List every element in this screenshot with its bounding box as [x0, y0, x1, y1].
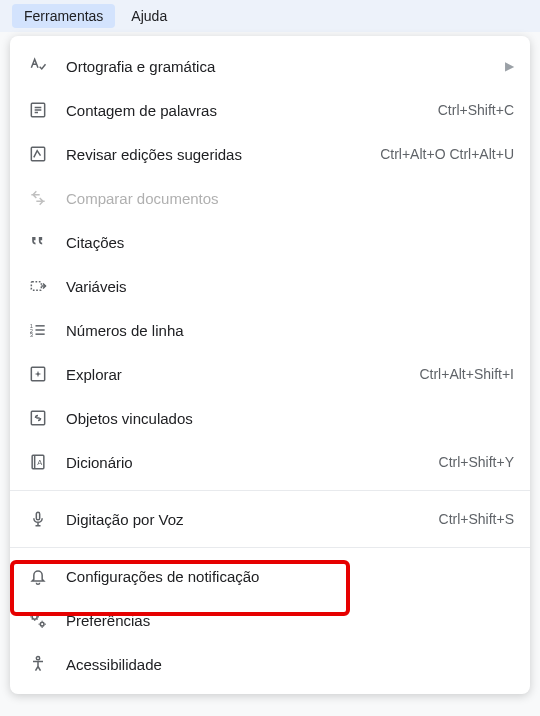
menu-label: Citações — [66, 234, 514, 251]
menu-label: Revisar edições sugeridas — [66, 146, 380, 163]
accessibility-icon — [26, 652, 50, 676]
menu-divider — [10, 490, 530, 491]
menu-dictionary[interactable]: A Dicionário Ctrl+Shift+Y — [10, 440, 530, 484]
menu-voice[interactable]: Digitação por Voz Ctrl+Shift+S — [10, 497, 530, 541]
menu-shortcut: Ctrl+Alt+Shift+I — [419, 366, 514, 382]
menu-citations[interactable]: Citações — [10, 220, 530, 264]
bell-icon — [26, 564, 50, 588]
svg-point-20 — [40, 622, 44, 626]
svg-text:A: A — [37, 458, 42, 467]
chevron-right-icon: ▶ — [505, 59, 514, 73]
menu-shortcut: Ctrl+Shift+S — [439, 511, 514, 527]
compare-icon — [26, 186, 50, 210]
svg-text:3: 3 — [30, 332, 33, 338]
variables-icon — [26, 274, 50, 298]
review-icon — [26, 142, 50, 166]
svg-point-21 — [36, 657, 39, 660]
menubar-tools[interactable]: Ferramentas — [12, 4, 115, 28]
menu-label: Ortografia e gramática — [66, 58, 497, 75]
menu-label: Dicionário — [66, 454, 439, 471]
menu-label: Objetos vinculados — [66, 410, 514, 427]
menu-preferences[interactable]: Preferências — [10, 598, 530, 642]
citations-icon — [26, 230, 50, 254]
dictionary-icon: A — [26, 450, 50, 474]
mic-icon — [26, 507, 50, 531]
menu-label: Comparar documentos — [66, 190, 514, 207]
menu-linked[interactable]: Objetos vinculados — [10, 396, 530, 440]
preferences-icon — [26, 608, 50, 632]
spellcheck-icon — [26, 54, 50, 78]
menu-label: Contagem de palavras — [66, 102, 438, 119]
menu-label: Configurações de notificação — [66, 568, 514, 585]
menu-label: Preferências — [66, 612, 514, 629]
menu-shortcut: Ctrl+Shift+Y — [439, 454, 514, 470]
svg-rect-5 — [31, 282, 41, 290]
menu-label: Digitação por Voz — [66, 511, 439, 528]
menu-spelling[interactable]: Ortografia e gramática ▶ — [10, 44, 530, 88]
menubar: Ferramentas Ajuda — [0, 0, 540, 32]
menu-linenumbers[interactable]: 123 Números de linha — [10, 308, 530, 352]
menu-label: Variáveis — [66, 278, 514, 295]
svg-point-19 — [32, 614, 37, 619]
menu-label: Números de linha — [66, 322, 514, 339]
menu-notifications[interactable]: Configurações de notificação — [10, 554, 530, 598]
menu-label: Explorar — [66, 366, 419, 383]
menubar-help[interactable]: Ajuda — [119, 4, 179, 28]
linked-icon — [26, 406, 50, 430]
menu-label: Acessibilidade — [66, 656, 514, 673]
wordcount-icon — [26, 98, 50, 122]
menu-divider — [10, 547, 530, 548]
menu-compare: Comparar documentos — [10, 176, 530, 220]
tools-dropdown: Ortografia e gramática ▶ Contagem de pal… — [10, 36, 530, 694]
menu-wordcount[interactable]: Contagem de palavras Ctrl+Shift+C — [10, 88, 530, 132]
menu-explore[interactable]: Explorar Ctrl+Alt+Shift+I — [10, 352, 530, 396]
menu-shortcut: Ctrl+Alt+O Ctrl+Alt+U — [380, 146, 514, 162]
menu-accessibility[interactable]: Acessibilidade — [10, 642, 530, 686]
explore-icon — [26, 362, 50, 386]
menu-shortcut: Ctrl+Shift+C — [438, 102, 514, 118]
linenumbers-icon: 123 — [26, 318, 50, 342]
svg-rect-18 — [36, 512, 39, 520]
svg-rect-4 — [31, 147, 44, 160]
menu-variables[interactable]: Variáveis — [10, 264, 530, 308]
menu-review[interactable]: Revisar edições sugeridas Ctrl+Alt+O Ctr… — [10, 132, 530, 176]
